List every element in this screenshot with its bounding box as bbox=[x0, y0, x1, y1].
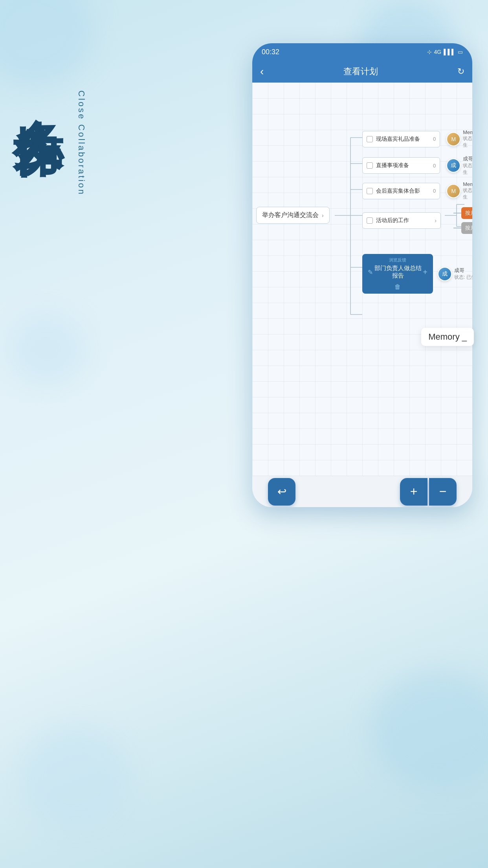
task-row-4: 活动后的工作 › 按月循环 按月循环 bbox=[362, 207, 472, 234]
add-icon[interactable]: + bbox=[423, 268, 427, 277]
memory-label: Memory _ bbox=[421, 328, 474, 346]
edit-icon[interactable]: ✎ bbox=[368, 268, 373, 276]
page-title: 查看计划 bbox=[343, 66, 378, 77]
avatar-highlight: 成 bbox=[438, 267, 452, 281]
task-text-4: 活动后的工作 bbox=[376, 217, 431, 224]
task-item-4[interactable]: 活动后的工作 › bbox=[362, 212, 441, 229]
undo-button[interactable]: ↩ bbox=[268, 478, 295, 506]
task-text-2: 直播事项准备 bbox=[376, 162, 430, 169]
refresh-button[interactable]: ↻ bbox=[457, 66, 464, 77]
task-tree: 举办客户沟通交流会 › 现场嘉宾礼品准备 0 M bbox=[252, 94, 472, 362]
task-count-3: 0 bbox=[433, 188, 436, 194]
checkbox-4[interactable] bbox=[367, 217, 373, 224]
app-toolbar: ↩ + − bbox=[252, 476, 472, 507]
task-count-1: 0 bbox=[433, 136, 436, 142]
highlight-label: 浏览反馈 bbox=[368, 257, 427, 263]
parent-node-arrow: › bbox=[322, 212, 324, 219]
checkbox-1[interactable] bbox=[367, 136, 373, 142]
task-text-3: 会后嘉宾集体合影 bbox=[376, 188, 430, 195]
status-info-highlight: 成哥 状态: 已生 bbox=[454, 267, 472, 281]
english-subtitle: Close Collaboration bbox=[76, 90, 86, 196]
signal-icon: 4G bbox=[434, 49, 442, 55]
app-content: 举办客户沟通交流会 › 现场嘉宾礼品准备 0 M bbox=[252, 83, 472, 476]
zoom-out-button[interactable]: − bbox=[429, 478, 457, 506]
status-2: 状态: 已生 bbox=[463, 162, 472, 176]
status-time: 00:32 bbox=[262, 48, 279, 56]
assignee-3: Memony bbox=[463, 181, 472, 187]
status-icons: ⊹ 4G ▌▌▌ ▭ bbox=[427, 49, 463, 55]
checkbox-3[interactable] bbox=[367, 188, 373, 194]
avatar-status-3: M Memony 状态: 未生 bbox=[446, 181, 472, 200]
zoom-controls: + − bbox=[400, 478, 457, 506]
phone-container: 00:32 ⊹ 4G ▌▌▌ ▭ ‹ 查看计划 ↻ bbox=[252, 43, 472, 822]
task-item-3[interactable]: 会后嘉宾集体合影 0 bbox=[362, 183, 440, 199]
task-item-2[interactable]: 直播事项准备 0 bbox=[362, 157, 440, 174]
bg-decoration-5 bbox=[20, 726, 130, 829]
monthly-btn-2[interactable]: 按月循环 bbox=[461, 222, 472, 234]
avatar-status-2: 成 成哥 状态: 已生 bbox=[446, 155, 472, 176]
avatar-3: M bbox=[446, 184, 460, 198]
status-info-3: Memony 状态: 未生 bbox=[463, 181, 472, 200]
status-highlight: 状态: 已生 bbox=[454, 274, 472, 281]
delete-icon[interactable]: 🗑 bbox=[368, 283, 427, 291]
highlight-text: 部门负责人做总结报告 bbox=[373, 265, 423, 280]
parent-node-text: 举办客户沟通交流会 bbox=[262, 211, 319, 219]
left-content: 多人协作 Close Collaboration bbox=[0, 79, 94, 432]
assignee-highlight: 成哥 bbox=[454, 267, 472, 274]
task-row-1: 现场嘉宾礼品准备 0 M Memony 状态: 已生 bbox=[362, 129, 472, 149]
expand-arrow-4: › bbox=[435, 217, 437, 224]
status-1: 状态: 已生 bbox=[463, 135, 472, 149]
battery-icon: ▭ bbox=[458, 49, 463, 55]
wifi-icon: ⊹ bbox=[427, 49, 432, 55]
avatar-status-highlight: 成 成哥 状态: 已生 bbox=[438, 267, 472, 281]
status-info-2: 成哥 状态: 已生 bbox=[463, 155, 472, 176]
phone-mockup: 00:32 ⊹ 4G ▌▌▌ ▭ ‹ 查看计划 ↻ bbox=[252, 43, 472, 507]
highlight-node[interactable]: 浏览反馈 ✎ 部门负责人做总结报告 + 🗑 bbox=[362, 254, 433, 294]
avatar-img-highlight: 成 bbox=[438, 268, 451, 280]
checkbox-2[interactable] bbox=[367, 162, 373, 169]
avatar-1: M bbox=[446, 132, 460, 146]
task-row-3: 会后嘉宾集体合影 0 M Memony 状态: 未生 bbox=[362, 181, 472, 200]
status-3: 状态: 未生 bbox=[463, 187, 472, 200]
task-text-1: 现场嘉宾礼品准备 bbox=[376, 136, 430, 143]
app-header: ‹ 查看计划 ↻ bbox=[252, 61, 472, 83]
avatar-status-1: M Memony 状态: 已生 bbox=[446, 129, 472, 149]
monthly-buttons: 按月循环 按月循环 bbox=[453, 207, 472, 234]
task-row-2: 直播事项准备 0 成 成哥 状态: 已生 bbox=[362, 155, 472, 176]
avatar-2: 成 bbox=[446, 158, 460, 173]
highlight-row: 浏览反馈 ✎ 部门负责人做总结报告 + 🗑 成 成哥 bbox=[362, 254, 472, 294]
assignee-2: 成哥 bbox=[463, 155, 472, 162]
status-info-1: Memony 状态: 已生 bbox=[463, 129, 472, 149]
back-button[interactable]: ‹ bbox=[260, 65, 264, 78]
avatar-img-1: M bbox=[447, 133, 460, 145]
avatar-img-2: 成 bbox=[447, 159, 460, 172]
avatar-img-3: M bbox=[447, 185, 460, 197]
zoom-in-button[interactable]: + bbox=[400, 478, 427, 506]
monthly-btn-1[interactable]: 按月循环 bbox=[461, 207, 472, 219]
signal-bars-icon: ▌▌▌ bbox=[444, 49, 455, 55]
assignee-1: Memony bbox=[463, 129, 472, 135]
status-bar: 00:32 ⊹ 4G ▌▌▌ ▭ bbox=[252, 43, 472, 61]
task-count-2: 0 bbox=[433, 163, 436, 169]
bg-decoration-1 bbox=[0, 0, 94, 86]
parent-node[interactable]: 举办客户沟通交流会 › bbox=[256, 207, 330, 224]
chinese-title: 多人协作 bbox=[12, 79, 64, 91]
task-item-1[interactable]: 现场嘉宾礼品准备 0 bbox=[362, 131, 440, 147]
